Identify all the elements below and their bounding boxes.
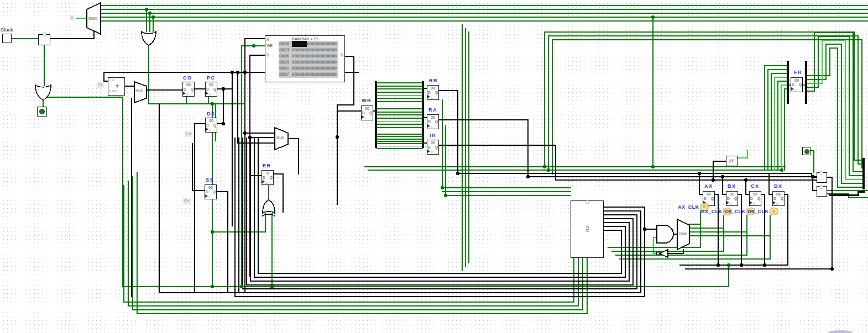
register-label-wr: WR xyxy=(362,98,372,103)
probe-label-dx_clk: DX_CLK xyxy=(747,209,768,214)
ram-cell: 000000 xyxy=(307,47,322,53)
register-ra[interactable]: 00 D Q 0 xyxy=(427,114,439,129)
register-pin-d: D xyxy=(750,197,753,200)
register-fr[interactable]: 00 D Q 0 xyxy=(791,77,803,92)
ram-cell: 000000 xyxy=(322,53,337,59)
control-unit[interactable]: cu xyxy=(571,200,604,258)
register-label-ir: IR xyxy=(430,133,436,138)
ram-row: 0000000000000000000000 xyxy=(279,41,338,47)
xor-gate-er[interactable] xyxy=(263,200,275,216)
register-clock-triangle-icon xyxy=(427,124,430,128)
register-pin-d: D xyxy=(792,83,794,87)
register-clock-triangle-icon xyxy=(750,201,752,204)
ram-cell: 000000 xyxy=(292,65,307,71)
subcircuit2-notch-icon xyxy=(819,185,823,189)
probe-label-ax_clk: AX_CLK xyxy=(678,204,699,210)
led-right-dot-icon xyxy=(804,149,809,154)
ram-row: 000c000000000000000000 xyxy=(279,65,338,71)
constant-01[interactable]: 01 xyxy=(97,82,104,88)
register-clk-value: 0 xyxy=(209,93,211,96)
fr-splitter-left[interactable] xyxy=(787,61,789,104)
mux2-label: MUX xyxy=(276,136,284,140)
register-label-fr: FR xyxy=(794,70,802,75)
register-dx[interactable]: 00 D Q 0 xyxy=(772,191,785,206)
register-value: 00 xyxy=(427,86,438,90)
register-clock-triangle-icon xyxy=(206,92,208,95)
ram-cell: 000000 xyxy=(307,53,322,59)
register-ir[interactable]: 00 D Q 0 xyxy=(427,140,439,155)
register-value: 00 xyxy=(427,115,438,119)
register-clk-value: 0 xyxy=(265,181,267,184)
mux1-shape[interactable] xyxy=(134,82,147,103)
register-value: 00 xyxy=(791,78,802,82)
register-pc[interactable]: 00 D Q 0 xyxy=(205,82,217,97)
ram-port-we: WE xyxy=(266,44,273,47)
register-clk-value: 0 xyxy=(209,129,211,132)
register-clk-value: 0 xyxy=(208,195,210,199)
register-value: 00 xyxy=(773,192,784,196)
register-value: 00 xyxy=(750,192,761,196)
register-clock-triangle-icon xyxy=(362,115,364,119)
ram-cell: 000000 xyxy=(292,41,307,47)
register-label-rb: RB xyxy=(429,78,438,83)
register-cx[interactable]: 00 D Q 0 xyxy=(749,191,761,206)
green-junctions xyxy=(145,8,783,288)
register-clock-triangle-icon xyxy=(791,87,794,91)
ram-cell: 000000 xyxy=(322,59,337,65)
register-clock-triangle-icon xyxy=(427,95,430,98)
ram[interactable]: RAM 64K x 21 A WE D D 000000000000000000… xyxy=(265,35,345,82)
clock-pin[interactable] xyxy=(2,34,12,43)
adder-cin-label: c in xyxy=(109,78,114,82)
clock-label: Clock xyxy=(1,27,13,33)
register-pin-q: Q xyxy=(711,197,714,200)
subcircuit-notch-icon xyxy=(43,33,46,36)
and-gate[interactable] xyxy=(657,225,673,243)
fr-splitter-right[interactable] xyxy=(805,61,807,104)
register-ss[interactable]: 00 D Q 0 xyxy=(205,184,217,199)
register-pin-d: D xyxy=(206,190,208,194)
register-er[interactable]: 0 D Q 0 xyxy=(262,170,274,185)
logisim-canvas[interactable]: Clock 1 DMX c in + c out 01 MUX MUX DMX … xyxy=(0,0,868,333)
register-value: 00 xyxy=(206,83,217,87)
adder[interactable]: c in + c out xyxy=(108,77,125,96)
register-clock-triangle-icon xyxy=(262,180,265,183)
ram-addr: 000f xyxy=(279,71,292,77)
led-right[interactable] xyxy=(802,147,811,155)
register-pin-q: Q xyxy=(435,120,438,124)
register-rb[interactable]: 00 D Q 0 xyxy=(427,85,439,100)
register-clock-triangle-icon xyxy=(773,201,776,204)
led-left-dot-icon xyxy=(39,109,45,114)
led-left[interactable] xyxy=(37,107,47,117)
or-gate-top[interactable] xyxy=(142,31,156,45)
ram-row: 0009000000000000000000 xyxy=(279,59,338,65)
register-clk-value: 0 xyxy=(776,202,778,205)
control-unit-label: cu xyxy=(585,226,590,232)
register-clock-triangle-icon xyxy=(183,92,186,95)
probe-dx_clk[interactable]: 0 xyxy=(770,208,778,215)
splitter-bar-left[interactable] xyxy=(375,81,377,148)
zf-component[interactable]: ZF xyxy=(726,156,738,166)
register-pin-q: Q xyxy=(270,176,273,179)
ram-contents[interactable]: 0000000000000000000000000300000000000000… xyxy=(279,41,338,78)
ladder-splitter[interactable] xyxy=(862,158,865,189)
probe-label-cx_clk: CX_CLK xyxy=(724,209,745,214)
register-pin-q: Q xyxy=(757,197,760,200)
adder-cout-label: c out xyxy=(109,89,117,92)
ram-cell: 000000 xyxy=(322,71,337,77)
ram-addr: 000c xyxy=(279,65,292,71)
black-wires[interactable] xyxy=(50,31,864,297)
register-pin-q: Q xyxy=(799,83,802,87)
register-label-bx: BX xyxy=(728,183,736,189)
register-pin-q: Q xyxy=(213,87,216,91)
register-label-ds: DS xyxy=(207,111,216,117)
register-ds[interactable]: 00 D Q 0 xyxy=(205,118,217,133)
register-co[interactable]: 00 D Q 0 xyxy=(182,82,195,97)
register-bx[interactable]: 00 D Q 0 xyxy=(726,191,738,206)
splitter-fan-wires[interactable] xyxy=(377,83,422,149)
register-label-er: ER xyxy=(263,163,271,168)
register-wr[interactable]: 00 D Q 0 xyxy=(361,105,373,120)
register-value: 0 xyxy=(262,171,273,175)
constant-1[interactable]: 1 xyxy=(70,15,74,20)
register-clk-value: 0 xyxy=(365,117,367,120)
register-pin-d: D xyxy=(263,176,265,179)
